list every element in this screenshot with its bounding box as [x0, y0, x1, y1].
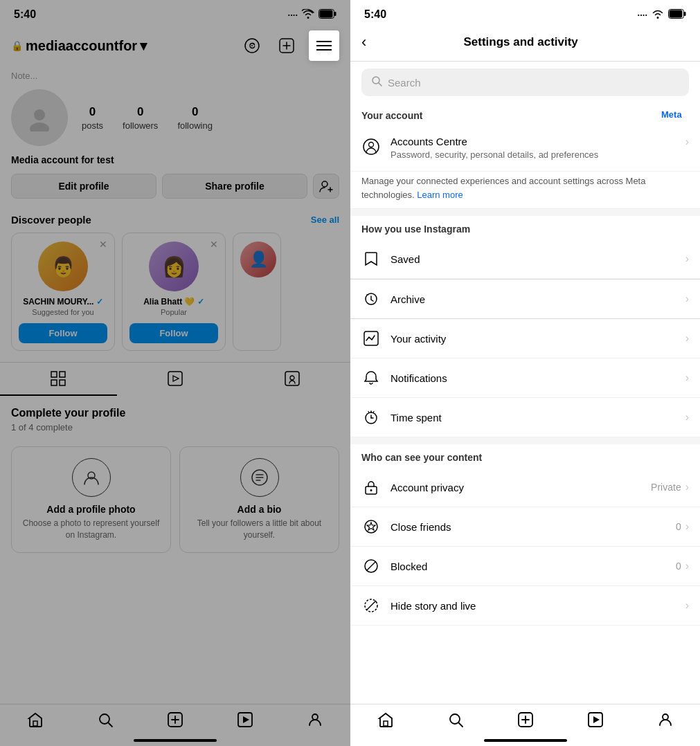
nav-create-right[interactable] — [517, 711, 534, 732]
section-sep-2 — [350, 437, 700, 444]
saved-right: › — [685, 253, 689, 265]
nav-reels-right[interactable] — [587, 711, 604, 732]
archive-label: Archive — [391, 293, 685, 305]
discover-title: Discover people — [11, 214, 91, 226]
accounts-centre-item[interactable]: Accounts Centre Password, security, pers… — [350, 126, 700, 172]
account-name-text[interactable]: mediaaccountfor — [26, 38, 137, 54]
note-area: Note... — [0, 68, 350, 87]
svg-rect-37 — [684, 12, 686, 16]
nav-home-left[interactable] — [27, 711, 44, 732]
chevron-down-icon: ▾ — [140, 37, 147, 54]
complete-profile-section: Complete your profile 1 of 4 complete — [0, 396, 350, 438]
settings-item-archive[interactable]: Archive › — [350, 279, 700, 319]
back-button[interactable]: ‹ — [361, 33, 366, 51]
nav-create-left[interactable] — [167, 711, 183, 732]
account-privacy-chevron: › — [685, 481, 689, 493]
accounts-centre-icon — [361, 137, 381, 156]
settings-item-blocked[interactable]: Blocked 0 › — [350, 547, 700, 586]
nav-profile-left[interactable] — [307, 711, 323, 732]
learn-more-link[interactable]: Learn more — [417, 190, 463, 200]
follow-alia-button[interactable]: Follow — [129, 323, 218, 343]
svg-rect-36 — [670, 10, 683, 17]
svg-rect-20 — [168, 372, 182, 385]
sachin-name: SACHIN MOURY... ✓ — [19, 297, 107, 307]
svg-line-49 — [368, 412, 369, 413]
tab-tagged[interactable] — [233, 363, 350, 396]
battery-icon — [318, 9, 336, 21]
posts-stat[interactable]: 0 posts — [82, 105, 103, 131]
edit-profile-button[interactable]: Edit profile — [11, 174, 156, 199]
add-photo-sub: Choose a photo to represent yourself on … — [20, 518, 162, 541]
add-bio-card[interactable]: Add a bio Tell your followers a little b… — [179, 446, 339, 553]
nav-home-right[interactable] — [377, 711, 394, 732]
settings-item-activity[interactable]: Your activity › — [350, 319, 700, 358]
share-profile-button[interactable]: Share profile — [162, 174, 307, 199]
person-card-sachin: ✕ 👨 SACHIN MOURY... ✓ Suggested for you … — [11, 233, 115, 351]
account-privacy-icon — [361, 477, 381, 497]
settings-item-saved[interactable]: Saved › — [350, 239, 700, 279]
blocked-value: 0 — [676, 561, 681, 572]
menu-button[interactable] — [309, 30, 339, 61]
svg-rect-18 — [51, 380, 57, 385]
nav-search-left[interactable] — [97, 711, 114, 732]
settings-item-close-friends[interactable]: Close friends 0 › — [350, 507, 700, 547]
following-stat[interactable]: 0 following — [177, 105, 213, 131]
follow-sachin-button[interactable]: Follow — [19, 323, 107, 343]
hide-story-icon — [361, 596, 381, 615]
settings-item-time-spent[interactable]: Time spent › — [350, 398, 700, 437]
nav-search-right[interactable] — [447, 711, 464, 732]
svg-rect-19 — [60, 380, 65, 385]
close-sachin-button[interactable]: ✕ — [99, 239, 107, 250]
nav-profile-right[interactable] — [657, 711, 674, 732]
saved-icon — [361, 249, 381, 269]
svg-point-11 — [34, 109, 45, 120]
svg-text:Meta: Meta — [661, 109, 682, 120]
tab-grid[interactable] — [0, 363, 117, 396]
svg-point-67 — [663, 714, 668, 720]
wifi-icon — [302, 9, 314, 21]
threads-icon-button[interactable] — [240, 33, 264, 58]
followers-label: followers — [123, 120, 158, 131]
hide-story-right: › — [685, 599, 689, 612]
settings-item-notifications[interactable]: Notifications › — [350, 358, 700, 398]
tab-reels[interactable] — [117, 363, 234, 396]
followers-stat[interactable]: 0 followers — [123, 105, 158, 131]
add-photo-card[interactable]: Add a profile photo Choose a photo to re… — [11, 446, 171, 553]
account-privacy-right: Private › — [651, 481, 689, 493]
close-alia-button[interactable]: ✕ — [210, 239, 218, 250]
signal-icon: ···· — [288, 10, 298, 20]
right-status-icons: ···· — [638, 9, 686, 21]
sachin-verified-badge: ✓ — [96, 297, 103, 307]
nav-reels-left[interactable] — [237, 711, 253, 732]
account-privacy-label: Account privacy — [391, 482, 651, 493]
sachin-face-icon: 👨 — [38, 242, 88, 291]
svg-line-39 — [379, 83, 382, 86]
complete-cards: Add a profile photo Choose a photo to re… — [0, 438, 350, 561]
accounts-centre-chevron: › — [685, 136, 689, 148]
settings-search-bar[interactable]: Search — [361, 69, 689, 96]
add-friend-icon-button[interactable] — [313, 174, 339, 199]
new-post-icon-button[interactable] — [274, 33, 299, 58]
profile-avatar[interactable] — [11, 89, 68, 146]
alia-name: Alia Bhatt 💛 ✓ — [129, 297, 218, 307]
sachin-sub: Suggested for you — [19, 308, 107, 316]
settings-item-account-privacy[interactable]: Account privacy Private › — [350, 468, 700, 507]
svg-point-42 — [369, 143, 374, 147]
left-panel: 5:40 ···· 🔒 med — [0, 0, 350, 746]
see-all-button[interactable]: See all — [311, 215, 339, 225]
followers-count: 0 — [137, 105, 143, 119]
blocked-chevron: › — [685, 560, 689, 572]
search-icon — [371, 75, 382, 89]
svg-marker-21 — [173, 376, 179, 381]
close-friends-label: Close friends — [391, 521, 676, 533]
alia-face-icon: 👩 — [149, 242, 199, 291]
close-friends-icon — [361, 517, 381, 536]
archive-right: › — [685, 293, 689, 305]
settings-header: ‹ Settings and activity — [350, 26, 700, 62]
settings-item-hide-story[interactable]: Hide story and live › — [350, 586, 700, 626]
activity-right: › — [685, 332, 689, 345]
svg-point-13 — [322, 181, 327, 187]
svg-rect-26 — [33, 721, 37, 726]
notifications-chevron: › — [685, 372, 689, 384]
svg-rect-2 — [334, 12, 336, 16]
